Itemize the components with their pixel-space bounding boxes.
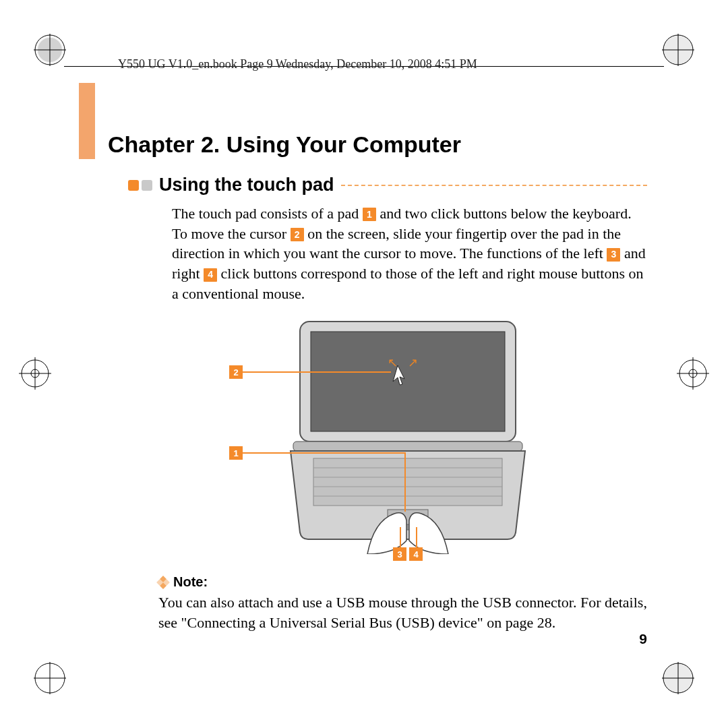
figure-callout-3: 3 <box>393 547 406 561</box>
bullet-icon <box>142 180 152 191</box>
arrow-icon: ↗ <box>408 355 418 370</box>
note-heading: Note: <box>158 574 647 590</box>
callout-badge-1: 1 <box>363 208 376 221</box>
leader-line <box>400 527 401 547</box>
crop-mark-icon <box>677 357 709 390</box>
svg-rect-25 <box>311 332 505 431</box>
text: click buttons correspond to those of the… <box>172 265 643 302</box>
callout-badge-3: 3 <box>607 248 620 262</box>
note-icon <box>156 576 170 589</box>
chapter-title: Chapter 2. Using Your Computer <box>108 131 647 158</box>
figure-callout-4: 4 <box>409 547 423 561</box>
crop-mark-icon <box>34 34 66 66</box>
section-heading-row: Using the touch pad <box>128 175 647 195</box>
leader-line <box>404 452 406 512</box>
body-paragraph: The touch pad consists of a pad 1 and tw… <box>172 204 647 303</box>
touchpad-figure: ↖ ↗ 2 1 3 4 <box>222 318 559 568</box>
callout-badge-4: 4 <box>204 268 217 282</box>
section-rule <box>341 185 648 186</box>
section-title: Using the touch pad <box>159 175 334 195</box>
page-number: 9 <box>639 631 647 647</box>
running-header: Y550 UG V1.0_en.book Page 9 Wednesday, D… <box>118 57 477 71</box>
figure-callout-2: 2 <box>229 365 243 379</box>
crop-mark-icon <box>662 662 694 694</box>
crop-mark-icon <box>662 34 694 66</box>
arrow-icon: ↖ <box>388 355 398 370</box>
note-text: You can also attach and use a USB mouse … <box>158 593 647 632</box>
svg-rect-26 <box>293 442 522 451</box>
leader-line <box>416 527 417 547</box>
callout-badge-2: 2 <box>291 228 304 241</box>
leader-line <box>243 452 404 454</box>
figure-callout-1: 1 <box>229 446 243 460</box>
bullet-icon <box>128 180 139 191</box>
crop-mark-icon <box>19 357 51 390</box>
page-content: Chapter 2. Using Your Computer Using the… <box>108 131 647 648</box>
decorative-side-bar <box>79 83 95 159</box>
leader-line <box>243 371 391 373</box>
note-label: Note: <box>173 574 208 590</box>
svg-rect-27 <box>313 458 502 506</box>
crop-mark-icon <box>34 662 66 694</box>
svg-point-4 <box>38 38 62 62</box>
text: The touch pad consists of a pad <box>172 205 363 222</box>
laptop-icon <box>286 318 529 554</box>
document-page: Y550 UG V1.0_en.book Page 9 Wednesday, D… <box>0 0 728 728</box>
